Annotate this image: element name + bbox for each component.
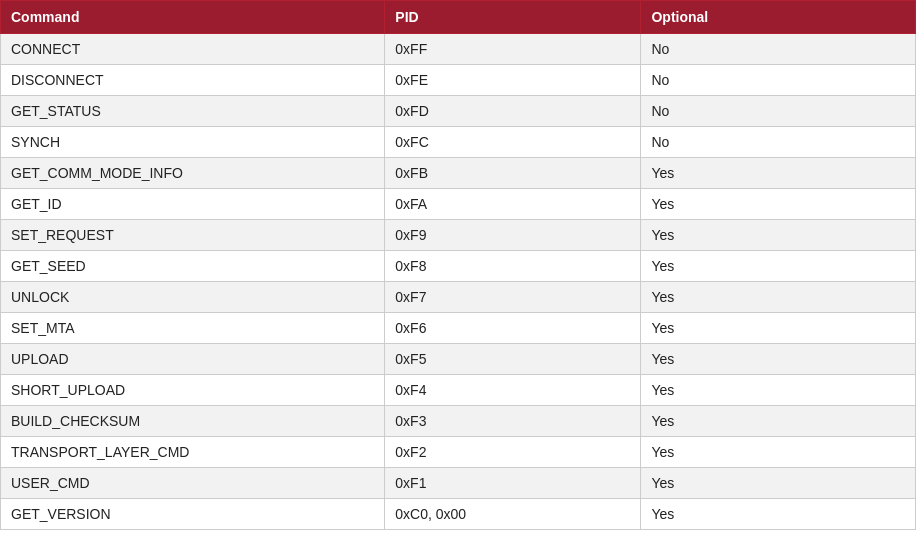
cell-command: BUILD_CHECKSUM xyxy=(1,406,385,437)
cell-pid: 0xFE xyxy=(385,65,641,96)
cell-command: UNLOCK xyxy=(1,282,385,313)
cell-command: SYNCH xyxy=(1,127,385,158)
cell-pid: 0xFD xyxy=(385,96,641,127)
cell-pid: 0xFB xyxy=(385,158,641,189)
cell-command: CONNECT xyxy=(1,34,385,65)
cell-pid: 0xF9 xyxy=(385,220,641,251)
cell-pid: 0xF6 xyxy=(385,313,641,344)
cell-pid: 0xFF xyxy=(385,34,641,65)
cell-command: SET_MTA xyxy=(1,313,385,344)
cell-optional: Yes xyxy=(641,220,916,251)
cell-command: TRANSPORT_LAYER_CMD xyxy=(1,437,385,468)
cell-command: GET_COMM_MODE_INFO xyxy=(1,158,385,189)
cell-pid: 0xF1 xyxy=(385,468,641,499)
table-row: TRANSPORT_LAYER_CMD0xF2Yes xyxy=(1,437,916,468)
cell-pid: 0xF5 xyxy=(385,344,641,375)
table-row: SET_REQUEST0xF9Yes xyxy=(1,220,916,251)
table-row: CONNECT0xFFNo xyxy=(1,34,916,65)
cell-optional: Yes xyxy=(641,406,916,437)
cell-optional: No xyxy=(641,34,916,65)
table-header-row: Command PID Optional xyxy=(1,1,916,34)
table-row: GET_STATUS0xFDNo xyxy=(1,96,916,127)
header-optional: Optional xyxy=(641,1,916,34)
cell-optional: Yes xyxy=(641,344,916,375)
cell-optional: Yes xyxy=(641,375,916,406)
table-row: USER_CMD0xF1Yes xyxy=(1,468,916,499)
cell-command: SET_REQUEST xyxy=(1,220,385,251)
header-pid: PID xyxy=(385,1,641,34)
table-row: GET_VERSION0xC0, 0x00Yes xyxy=(1,499,916,530)
cell-optional: No xyxy=(641,65,916,96)
cell-command: DISCONNECT xyxy=(1,65,385,96)
cell-pid: 0xF2 xyxy=(385,437,641,468)
cell-optional: No xyxy=(641,96,916,127)
cell-optional: No xyxy=(641,127,916,158)
cell-pid: 0xC0, 0x00 xyxy=(385,499,641,530)
table-row: UNLOCK0xF7Yes xyxy=(1,282,916,313)
cell-pid: 0xF8 xyxy=(385,251,641,282)
cell-command: UPLOAD xyxy=(1,344,385,375)
cell-pid: 0xF7 xyxy=(385,282,641,313)
table-row: GET_SEED0xF8Yes xyxy=(1,251,916,282)
cell-pid: 0xFA xyxy=(385,189,641,220)
cell-pid: 0xF4 xyxy=(385,375,641,406)
table-row: SYNCH0xFCNo xyxy=(1,127,916,158)
cell-command: GET_SEED xyxy=(1,251,385,282)
table-row: DISCONNECT0xFENo xyxy=(1,65,916,96)
cell-command: SHORT_UPLOAD xyxy=(1,375,385,406)
cell-command: GET_VERSION xyxy=(1,499,385,530)
table-row: GET_ID0xFAYes xyxy=(1,189,916,220)
cell-command: GET_STATUS xyxy=(1,96,385,127)
cell-optional: Yes xyxy=(641,313,916,344)
table-row: GET_COMM_MODE_INFO0xFBYes xyxy=(1,158,916,189)
cell-command: USER_CMD xyxy=(1,468,385,499)
cell-command: GET_ID xyxy=(1,189,385,220)
cell-optional: Yes xyxy=(641,158,916,189)
commands-table: Command PID Optional CONNECT0xFFNoDISCON… xyxy=(0,0,916,530)
cell-optional: Yes xyxy=(641,189,916,220)
table-row: SHORT_UPLOAD0xF4Yes xyxy=(1,375,916,406)
table-row: UPLOAD0xF5Yes xyxy=(1,344,916,375)
cell-pid: 0xF3 xyxy=(385,406,641,437)
table-row: BUILD_CHECKSUM0xF3Yes xyxy=(1,406,916,437)
cell-pid: 0xFC xyxy=(385,127,641,158)
main-container: Command PID Optional CONNECT0xFFNoDISCON… xyxy=(0,0,916,530)
table-row: SET_MTA0xF6Yes xyxy=(1,313,916,344)
cell-optional: Yes xyxy=(641,499,916,530)
table-body: CONNECT0xFFNoDISCONNECT0xFENoGET_STATUS0… xyxy=(1,34,916,530)
cell-optional: Yes xyxy=(641,437,916,468)
cell-optional: Yes xyxy=(641,251,916,282)
cell-optional: Yes xyxy=(641,282,916,313)
cell-optional: Yes xyxy=(641,468,916,499)
header-command: Command xyxy=(1,1,385,34)
